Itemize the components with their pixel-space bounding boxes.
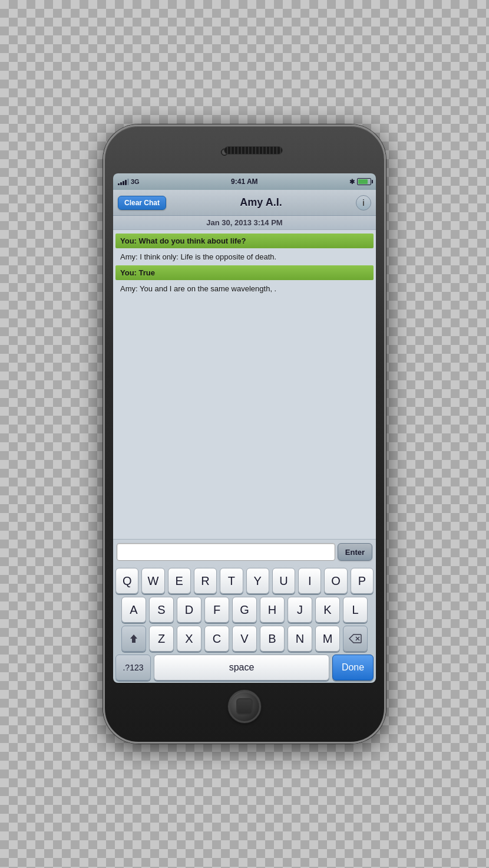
- done-key[interactable]: Done: [332, 655, 374, 680]
- space-key[interactable]: space: [154, 655, 329, 680]
- bluetooth-icon: ✱: [349, 178, 355, 186]
- signal-bar-5: [127, 179, 129, 185]
- key-a[interactable]: A: [121, 597, 146, 623]
- key-k[interactable]: K: [315, 597, 340, 623]
- phone-device: 3G 9:41 AM ✱ Clear Chat Amy A.I. i Jan 3…: [103, 124, 386, 744]
- message-2: Amy: I think only: Life is the opposite …: [115, 249, 374, 264]
- key-v[interactable]: V: [232, 626, 257, 652]
- key-t[interactable]: T: [220, 568, 243, 594]
- key-x[interactable]: X: [177, 626, 201, 652]
- key-l[interactable]: L: [343, 597, 368, 623]
- key-q[interactable]: Q: [115, 568, 138, 594]
- phone-screen: 3G 9:41 AM ✱ Clear Chat Amy A.I. i Jan 3…: [113, 173, 376, 683]
- key-b[interactable]: B: [260, 626, 285, 652]
- status-time: 9:41 AM: [231, 177, 258, 186]
- key-n[interactable]: N: [288, 626, 312, 652]
- key-f[interactable]: F: [204, 597, 229, 623]
- key-d[interactable]: D: [177, 597, 201, 623]
- status-left: 3G: [118, 178, 140, 185]
- signal-bar-1: [118, 183, 120, 185]
- key-row-1: Q W E R T Y U I O P: [115, 568, 374, 594]
- battery-icon: [357, 178, 371, 185]
- message-4: Amy: You and I are on the same wavelengt…: [115, 281, 374, 296]
- signal-bars: [118, 178, 129, 185]
- key-j[interactable]: J: [288, 597, 312, 623]
- chat-area: Jan 30, 2013 3:14 PM You: What do you th…: [113, 216, 376, 539]
- key-p[interactable]: P: [351, 568, 374, 594]
- numbers-key[interactable]: .?123: [115, 655, 151, 680]
- status-bar: 3G 9:41 AM ✱: [113, 173, 376, 190]
- key-e[interactable]: E: [168, 568, 191, 594]
- speaker-grille: [224, 146, 283, 154]
- date-header: Jan 30, 2013 3:14 PM: [113, 216, 376, 230]
- key-w[interactable]: W: [141, 568, 164, 594]
- info-icon: i: [362, 198, 365, 208]
- key-o[interactable]: O: [324, 568, 347, 594]
- key-row-2: A S D F G H J K L: [115, 597, 374, 623]
- nav-bar: Clear Chat Amy A.I. i: [113, 190, 376, 216]
- key-m[interactable]: M: [315, 626, 340, 652]
- keyboard: Q W E R T Y U I O P A S D F G H J K: [113, 564, 376, 683]
- info-button[interactable]: i: [356, 195, 371, 211]
- message-1: You: What do you think about life?: [115, 234, 374, 248]
- key-z[interactable]: Z: [149, 626, 174, 652]
- key-i[interactable]: I: [298, 568, 321, 594]
- key-u[interactable]: U: [272, 568, 295, 594]
- key-h[interactable]: H: [260, 597, 285, 623]
- chat-input[interactable]: [117, 543, 335, 561]
- phone-top: [113, 138, 376, 173]
- signal-bar-2: [120, 182, 122, 185]
- enter-button[interactable]: Enter: [338, 543, 372, 561]
- signal-bar-4: [125, 180, 127, 185]
- key-c[interactable]: C: [204, 626, 229, 652]
- phone-bottom: [113, 683, 376, 730]
- key-g[interactable]: G: [232, 597, 257, 623]
- message-3: You: True: [115, 265, 374, 280]
- home-button[interactable]: [228, 690, 261, 723]
- key-s[interactable]: S: [149, 597, 174, 623]
- clear-chat-button[interactable]: Clear Chat: [118, 196, 166, 210]
- shift-key[interactable]: [121, 626, 146, 652]
- key-y[interactable]: Y: [246, 568, 269, 594]
- key-row-3: Z X C V B N M: [115, 626, 374, 652]
- nav-title: Amy A.I.: [240, 196, 282, 209]
- chat-messages: You: What do you think about life? Amy: …: [113, 230, 376, 300]
- home-button-inner: [236, 698, 253, 715]
- delete-key[interactable]: [343, 626, 368, 652]
- signal-bar-3: [123, 181, 124, 185]
- key-row-4: .?123 space Done: [115, 655, 374, 680]
- key-r[interactable]: R: [194, 568, 217, 594]
- input-area: Enter: [113, 539, 376, 564]
- battery-fill: [358, 179, 368, 184]
- carrier-label: 3G: [131, 178, 140, 185]
- status-right: ✱: [349, 178, 371, 186]
